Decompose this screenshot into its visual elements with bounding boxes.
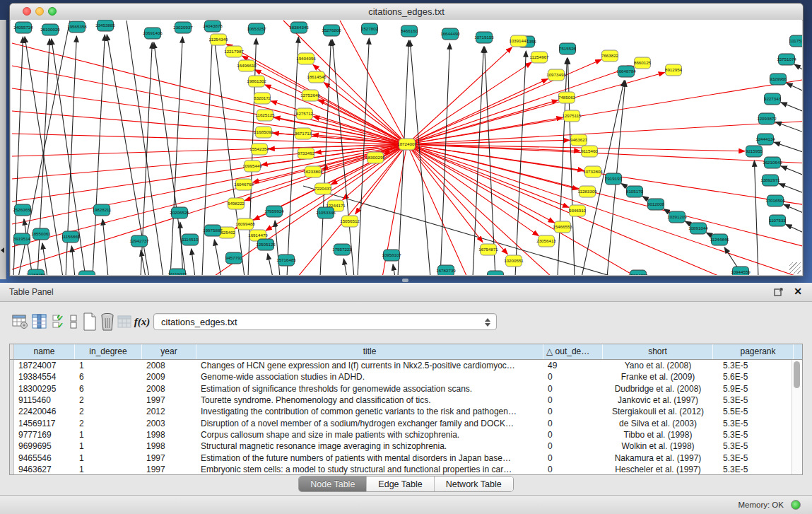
table-selector-combobox[interactable]: citations_edges.txt — [153, 313, 497, 330]
tab-node-table[interactable]: Node Table — [299, 477, 367, 491]
graph-node[interactable]: 24043878 — [203, 21, 223, 32]
graph-node[interactable]: 16644490 — [440, 28, 460, 40]
column-header-indegree[interactable]: in_degree — [75, 344, 142, 359]
graph-node[interactable]: 10200551 — [504, 255, 524, 267]
graph-node[interactable]: 23056413 — [536, 235, 556, 247]
graph-node[interactable]: 5498222 — [228, 198, 245, 209]
float-panel-icon[interactable] — [774, 287, 784, 297]
graph-node[interactable]: 9012008 — [647, 199, 665, 210]
table-row[interactable]: 969969511998Structural magnetic resonanc… — [10, 440, 792, 452]
graph-node[interactable]: 12923446 — [486, 271, 505, 275]
graph-node[interactable]: 3671713 — [295, 128, 312, 139]
graph-node[interactable]: 10891044 — [688, 223, 708, 234]
graph-node[interactable]: 16233801 — [303, 166, 323, 177]
graph-node[interactable]: 16496610 — [237, 60, 257, 71]
graph-node[interactable]: 9463627 — [570, 134, 588, 146]
tab-edge-table[interactable]: Edge Table — [367, 477, 434, 491]
graph-node[interactable]: 10719155 — [474, 32, 494, 43]
graph-node[interactable]: 12505125 — [256, 239, 276, 250]
graph-node[interactable]: 10653257 — [247, 23, 266, 35]
graph-node[interactable]: 19404056 — [296, 53, 316, 64]
graph-node[interactable]: 13892971 — [760, 175, 780, 186]
graph-node[interactable]: 12975115 — [562, 110, 582, 122]
network-canvas[interactable]: 2405572426100029195653582345388520691406… — [11, 20, 802, 275]
graph-node[interactable]: 20206526 — [170, 207, 189, 218]
graph-node[interactable]: 12444134 — [755, 134, 775, 145]
graph-node[interactable]: 19828211 — [92, 204, 112, 216]
graph-node[interactable]: 16782739 — [436, 265, 456, 275]
tab-network-table[interactable]: Network Table — [435, 477, 513, 491]
graph-node[interactable]: 15716485 — [276, 255, 296, 266]
table-row[interactable]: 1872400712008Changes of HCN gene express… — [10, 360, 792, 371]
graph-node[interactable]: 10958107 — [382, 250, 401, 261]
create-table-column-icon[interactable] — [11, 311, 29, 332]
graph-node[interactable]: 10973493 — [546, 69, 566, 81]
graph-node[interactable]: 19861302 — [247, 76, 266, 87]
graph-node[interactable]: 15542354 — [249, 144, 269, 155]
table-row[interactable]: 1938455462009Genome-wide association stu… — [10, 371, 792, 382]
graph-node[interactable]: 23453885 — [95, 20, 115, 31]
graph-node[interactable]: 9215955 — [746, 146, 763, 157]
graph-node[interactable]: 16648784 — [616, 66, 636, 77]
graph-node[interactable]: 3919514 — [13, 233, 31, 245]
graph-node[interactable]: 21053346 — [316, 207, 336, 218]
graph-node[interactable]: 12752648 — [300, 90, 320, 101]
graph-node[interactable]: 17957223 — [332, 244, 352, 255]
graph-node[interactable]: 17016504 — [765, 195, 785, 206]
graph-node[interactable]: 11244846 — [710, 234, 729, 245]
graph-node[interactable]: 18550061 — [31, 228, 51, 240]
graph-node[interactable]: 10732804 — [583, 166, 603, 177]
graph-node[interactable]: 19975887 — [203, 225, 223, 236]
column-header-short[interactable]: short — [603, 344, 713, 359]
graph-node[interactable]: 9227343 — [764, 93, 782, 105]
graph-node[interactable]: 15751074 — [777, 54, 796, 65]
graph-node[interactable]: 25260650 — [13, 204, 33, 216]
graph-node[interactable]: 10995449 — [242, 160, 262, 172]
row-height-icon[interactable] — [69, 311, 78, 332]
graph-node[interactable]: 7220437 — [314, 183, 332, 194]
table-row[interactable]: 946362711997Embryonic stem cells: a mode… — [10, 464, 792, 474]
graph-node[interactable]: 21268356 — [26, 269, 46, 275]
new-table-icon[interactable] — [81, 311, 98, 332]
column-header-outde[interactable]: △ out_de… — [543, 344, 603, 359]
graph-node[interactable]: 24055724 — [13, 22, 33, 33]
column-header-pagerank[interactable]: pagerank — [713, 344, 794, 359]
graph-node[interactable]: 1117538 — [789, 35, 802, 47]
graph-node[interactable]: 8105170 — [626, 186, 644, 197]
graph-node[interactable]: 11254349 — [208, 34, 228, 45]
graph-node[interactable]: 16119315 — [167, 269, 187, 275]
graph-node[interactable]: 19565358 — [67, 21, 87, 33]
graph-node[interactable]: 1527802 — [361, 23, 379, 35]
table-row[interactable]: 977716911998Corpus callosum shape and si… — [10, 429, 792, 440]
graph-node[interactable]: 9346910 — [569, 205, 587, 216]
table-row[interactable]: 2242004622012Investigating the contribut… — [10, 406, 792, 417]
column-header-year[interactable]: year — [142, 344, 196, 359]
graph-node[interactable]: 18945201 — [77, 271, 97, 275]
graph-node[interactable]: 18614545 — [307, 71, 326, 83]
graph-node[interactable]: 7515526 — [559, 43, 577, 54]
graph-node[interactable]: 23020937 — [173, 22, 193, 33]
window-titlebar[interactable]: citations_edges.txt — [10, 4, 803, 21]
graph-node[interactable]: 18300295 — [365, 152, 385, 163]
graph-node[interactable]: 9733493 — [298, 148, 315, 159]
graph-node[interactable]: 8912954 — [665, 64, 683, 76]
graph-node[interactable]: 18724007 — [397, 139, 417, 150]
delete-table-icon[interactable] — [99, 311, 116, 332]
graph-node[interactable]: 7485063 — [558, 92, 576, 103]
graph-node[interactable]: 8320172 — [254, 93, 271, 104]
graph-node[interactable]: 1107533 — [769, 215, 786, 226]
resize-grip[interactable] — [789, 262, 801, 274]
column-header-title[interactable]: title — [196, 344, 543, 359]
graph-node[interactable]: 16046768 — [234, 179, 254, 190]
graph-node[interactable]: 15824725 — [628, 270, 648, 275]
combobox-stepper-icon[interactable] — [483, 316, 493, 328]
table-row[interactable]: 1830029562008Estimation of significance … — [10, 383, 792, 395]
graph-node[interactable]: 10391209 — [667, 211, 687, 223]
graph-node[interactable]: 10391447 — [509, 35, 529, 47]
graph-node[interactable]: 11156869 — [61, 231, 81, 243]
graph-node[interactable]: 7919197 — [605, 173, 623, 185]
graph-node[interactable]: 8466160 — [401, 25, 418, 37]
graph-node[interactable]: 18384345 — [289, 22, 309, 33]
show-column-icon[interactable] — [30, 311, 49, 332]
graph-node[interactable]: 1114519 — [182, 234, 199, 245]
